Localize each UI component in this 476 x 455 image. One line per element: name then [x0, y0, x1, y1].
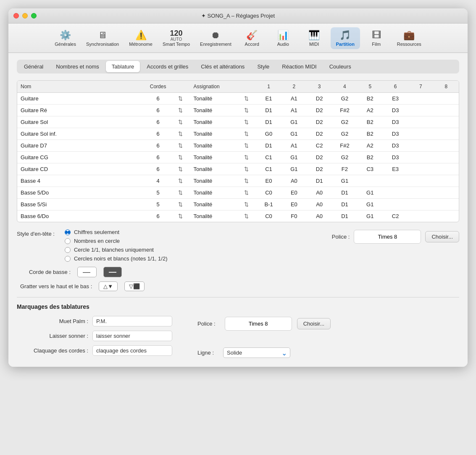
cell-c2: A1 — [281, 93, 307, 105]
marquages-right: Police : Times 8 Choisir... Ligne : Soli… — [197, 316, 331, 360]
radio-cercles-noirs[interactable]: Cercles noirs et blancs (notes 1/1, 1/2) — [65, 255, 168, 262]
cell-c3: D2 — [307, 105, 332, 116]
traffic-lights — [13, 13, 37, 18]
cell-stepper-assign[interactable]: ⇅ — [241, 210, 256, 222]
table-row: Guitare Ré 6 ⇅ Tonalité ⇅ D1 A1 D2 F#2 A… — [17, 105, 459, 116]
maximize-button[interactable] — [31, 13, 37, 18]
cell-stepper-assign[interactable]: ⇅ — [241, 116, 256, 128]
cell-c2: A1 — [281, 140, 307, 152]
marquages-ligne-row: Ligne : Solide Pointillé Tirets — [197, 347, 331, 358]
toolbar-item-metronome[interactable]: ⚠️ Métronome — [125, 27, 157, 49]
toolbar-item-film[interactable]: 🎞 Film — [362, 27, 391, 49]
toolbar-item-synchronisation[interactable]: 🖥 Synchronisation — [82, 27, 123, 49]
cell-c8 — [434, 116, 459, 128]
cell-c4: D1 — [332, 210, 357, 222]
cell-stepper-cordes[interactable]: ⇅ — [175, 152, 190, 163]
cell-c1: D1 — [256, 105, 281, 116]
cell-c3: A0 — [307, 210, 332, 222]
cell-c1: D1 — [256, 116, 281, 128]
sync-icon: 🖥 — [98, 30, 107, 41]
cell-stepper-assign[interactable]: ⇅ — [241, 199, 256, 210]
cell-c6: D3 — [383, 105, 408, 116]
toolbar-item-smart-tempo[interactable]: 120 AUTO Smart Tempo — [158, 27, 194, 49]
radio-cercle-blanches[interactable]: Cercle 1/1, blanches uniquement — [65, 247, 168, 253]
tab-general[interactable]: Général — [18, 61, 49, 72]
cell-stepper-cordes[interactable]: ⇅ — [175, 105, 190, 116]
cell-c8 — [434, 93, 459, 105]
cell-c6 — [383, 175, 408, 187]
cell-stepper-assign[interactable]: ⇅ — [241, 140, 256, 152]
marquages-choisir-button[interactable]: Choisir... — [297, 318, 331, 329]
col-4: 4 — [332, 81, 357, 93]
minimize-button[interactable] — [22, 13, 28, 18]
choisir-button-entete[interactable]: Choisir... — [425, 231, 459, 242]
cell-stepper-assign[interactable]: ⇅ — [241, 175, 256, 187]
claquage-input[interactable] — [92, 345, 172, 356]
cell-assignation: Tonalité — [190, 105, 241, 116]
cell-c6: E3 — [383, 163, 408, 175]
cell-c8 — [434, 128, 459, 140]
separator-1 — [17, 297, 459, 297]
cell-stepper-assign[interactable]: ⇅ — [241, 187, 256, 199]
marquages-ligne-label: Ligne : — [197, 350, 218, 356]
tab-nombres-noms[interactable]: Nombres et noms — [50, 61, 105, 72]
marquages-fields: Muet Palm : Laisser sonner : Claquage de… — [17, 316, 172, 360]
cell-c4: D1 — [332, 187, 357, 199]
toolbar-item-accord[interactable]: 🎸 Accord — [237, 27, 267, 49]
ligne-select[interactable]: Solide Pointillé Tirets — [223, 347, 290, 358]
cell-c4: F2 — [332, 163, 357, 175]
gratter-btn1[interactable]: △▼ — [99, 281, 118, 291]
radio-nombres-cercle[interactable]: Nombres en cercle — [65, 238, 168, 244]
radio-chiffres[interactable]: Chiffres seulement — [65, 229, 168, 235]
cell-c1: D1 — [256, 140, 281, 152]
cell-nom: Basse 6/Do — [17, 210, 141, 222]
cell-stepper-cordes[interactable]: ⇅ — [175, 93, 190, 105]
col-assignation: Assignation — [190, 81, 241, 93]
cell-stepper-cordes[interactable]: ⇅ — [175, 163, 190, 175]
cell-nom: Guitare CD — [17, 163, 141, 175]
cell-stepper-assign[interactable]: ⇅ — [241, 93, 256, 105]
cell-c4: F#2 — [332, 105, 357, 116]
col-8: 8 — [434, 81, 459, 93]
tab-reaction-midi[interactable]: Réaction MIDI — [276, 61, 322, 72]
toolbar-item-partition[interactable]: 🎵 Partition — [331, 27, 360, 49]
cell-stepper-cordes[interactable]: ⇅ — [175, 175, 190, 187]
corde-basse-btn1[interactable]: — — [77, 267, 97, 277]
toolbar-item-generales[interactable]: ⚙️ Générales — [50, 27, 80, 49]
toolbar-item-ressources[interactable]: 💼 Ressources — [393, 27, 426, 49]
cell-c2: E0 — [281, 199, 307, 210]
cell-stepper-cordes[interactable]: ⇅ — [175, 140, 190, 152]
titlebar: ✦ SONG_A – Réglages Projet — [8, 8, 468, 24]
cell-c3: D1 — [307, 175, 332, 187]
cell-stepper-cordes[interactable]: ⇅ — [175, 199, 190, 210]
toolbar-item-midi[interactable]: 🎹 MIDI — [300, 27, 329, 49]
cell-c8 — [434, 140, 459, 152]
laisser-sonner-input[interactable] — [92, 331, 172, 341]
table-scroll[interactable]: Nom Cordes Assignation 1 2 3 4 5 6 7 — [17, 81, 459, 222]
audio-icon: 📊 — [277, 30, 289, 41]
toolbar-item-audio[interactable]: 📊 Audio — [268, 27, 298, 49]
cell-stepper-cordes[interactable]: ⇅ — [175, 187, 190, 199]
muet-palm-input[interactable] — [92, 316, 172, 326]
gratter-btn2[interactable]: ▽⬛ — [124, 281, 145, 291]
cell-stepper-assign[interactable]: ⇅ — [241, 163, 256, 175]
toolbar-item-enregistrement[interactable]: ⏺ Enregistrement — [196, 27, 236, 49]
corde-basse-btn2[interactable]: — — [103, 267, 122, 277]
cell-stepper-cordes[interactable]: ⇅ — [175, 116, 190, 128]
close-button[interactable] — [13, 13, 19, 18]
cell-cordes: 4 — [141, 175, 175, 187]
tab-tablature[interactable]: Tablature — [106, 61, 140, 72]
tab-accords-grilles[interactable]: Accords et grilles — [141, 61, 194, 72]
tab-style[interactable]: Style — [251, 61, 275, 72]
cell-c7 — [408, 210, 433, 222]
cell-stepper-assign[interactable]: ⇅ — [241, 152, 256, 163]
cell-nom: Guitare CG — [17, 152, 141, 163]
tab-cles-alterations[interactable]: Clés et altérations — [195, 61, 250, 72]
cell-stepper-cordes[interactable]: ⇅ — [175, 210, 190, 222]
cell-stepper-cordes[interactable]: ⇅ — [175, 128, 190, 140]
col-1: 1 — [256, 81, 281, 93]
cell-c1: C1 — [256, 163, 281, 175]
tab-couleurs[interactable]: Couleurs — [323, 61, 357, 72]
cell-stepper-assign[interactable]: ⇅ — [241, 128, 256, 140]
cell-stepper-assign[interactable]: ⇅ — [241, 105, 256, 116]
